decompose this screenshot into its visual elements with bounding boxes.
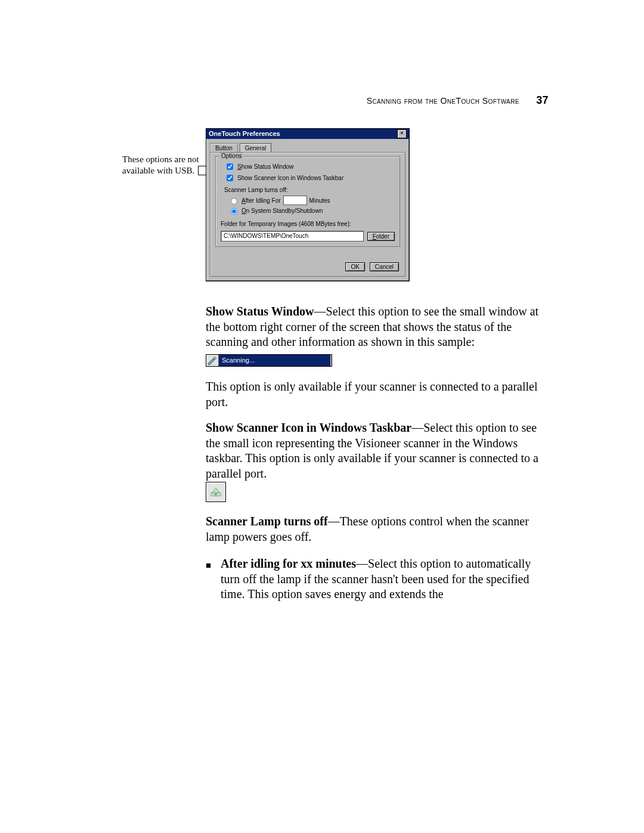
close-button[interactable]: × [397,129,407,138]
temp-folder-label: Folder for Temporary Images (4608 MBytes… [221,221,395,227]
bullet-bold: After idling for xx minutes [221,557,356,570]
scanner-icon [209,485,222,498]
term-bold: Show Status Window [206,305,314,318]
bullet-square-icon: ■ [206,560,211,571]
taskbar-icon-sample [206,482,226,502]
lamp-off-title: Scanner Lamp turns off: [224,187,395,193]
close-icon: × [400,130,403,136]
page-number: 37 [536,94,549,106]
bullet-after-idling: ■ After idling for xx minutes—Select thi… [221,556,546,602]
paragraph-show-status-window: Show Status Window—Select this option to… [206,304,546,350]
paragraph-lamp-off: Scanner Lamp turns off—These options con… [206,514,546,544]
ok-label: OK [351,264,359,270]
callout-note: These options are not available with USB… [122,154,200,176]
running-head-text: Scanning from the OneTouch Software [367,96,519,106]
paragraph-parallel-only-1: This option is only available if your sc… [206,379,546,410]
idle-minutes-field[interactable] [283,196,307,205]
show-status-window-input[interactable] [227,163,233,170]
tab-panel-general: Options SShow Status Windowhow Status Wi… [210,152,405,277]
cancel-label: Cancel [375,264,394,270]
term-bold: Show Scanner Icon in Windows Taskbar [206,421,411,434]
status-window-sample: Scanning... [206,354,332,367]
tab-general-label: General [245,145,267,151]
options-fieldset: Options SShow Status Windowhow Status Wi… [215,156,400,247]
tab-button-label: Button [215,145,233,151]
preferences-dialog: OneTouch Preferences × Button General Op… [206,128,410,281]
term-bold: Scanner Lamp turns off [206,515,328,528]
ok-button[interactable]: OK [345,262,364,271]
svg-rect-1 [215,494,217,496]
on-standby-radio[interactable]: On System Standby/Shutdown On System Sta… [228,206,395,215]
running-head: Scanning from the OneTouch Software 37 [367,94,549,107]
on-standby-input[interactable] [231,208,237,215]
tab-strip: Button General [206,139,409,152]
after-idling-radio[interactable]: After Idling For After Idling For Minute… [228,196,395,205]
minutes-label: Minutes [309,197,330,204]
callout-leader-line [198,166,199,175]
show-icon-taskbar-checkbox[interactable]: Show Scanner Icon in Windows Taskbar [224,173,395,183]
scanner-icon [206,355,219,366]
show-icon-taskbar-input[interactable] [227,175,233,181]
options-legend: Options [219,153,243,159]
tab-general[interactable]: General [240,143,272,153]
temp-folder-path[interactable]: C:\WINDOWS\TEMP\OneTouch [221,231,364,241]
tab-button[interactable]: Button [210,143,238,153]
show-status-window-checkbox[interactable]: SShow Status Windowhow Status Window [224,162,395,172]
status-window-text: Scanning... [219,355,332,366]
folder-browse-button[interactable]: Folder Folder [367,232,395,241]
show-icon-taskbar-label: Show Scanner Icon in Windows Taskbar [237,175,343,181]
dialog-titlebar: OneTouch Preferences × [206,129,409,139]
after-idling-input[interactable] [231,198,237,205]
paragraph-show-icon-taskbar: Show Scanner Icon in Windows Taskbar—Sel… [206,420,546,481]
lamp-off-group: Scanner Lamp turns off: After Idling For… [224,187,395,215]
cancel-button[interactable]: Cancel [370,262,399,271]
dialog-title: OneTouch Preferences [209,129,280,139]
